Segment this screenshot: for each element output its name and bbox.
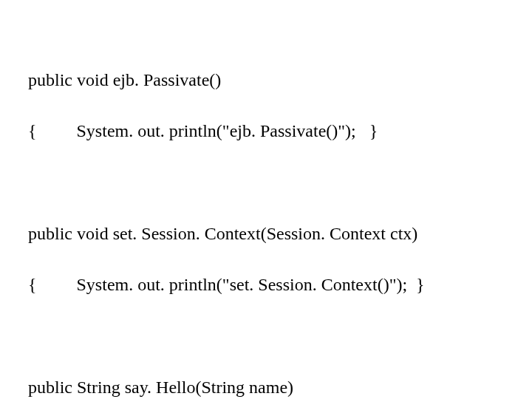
blank-line [28,324,532,349]
blank-line [28,170,532,195]
code-line: { System. out. println("set. Session. Co… [28,272,532,298]
code-block: public void ejb. Passivate() { System. o… [0,0,532,399]
code-line: public void ejb. Passivate() [28,67,532,93]
code-line: public String say. Hello(String name) [28,375,532,399]
code-line: public void set. Session. Context(Sessio… [28,221,532,247]
code-line: { System. out. println("ejb. Passivate()… [28,118,532,144]
